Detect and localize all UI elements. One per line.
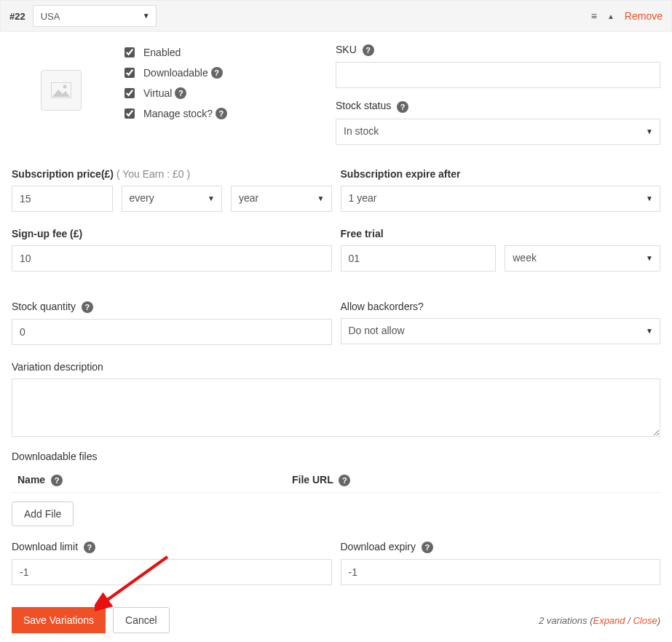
help-icon[interactable]: ? <box>363 44 374 56</box>
help-icon[interactable]: ? <box>422 542 433 553</box>
menu-icon[interactable]: ≡ <box>591 10 597 22</box>
help-icon[interactable]: ? <box>216 108 227 119</box>
subscription-expire-select[interactable]: 1 year <box>341 186 661 212</box>
subscription-expire-label: Subscription expire after <box>341 168 661 180</box>
help-icon[interactable]: ? <box>211 67 223 79</box>
download-limit-label: Download limit ? <box>12 541 332 553</box>
downloadable-files-label: Downloadable files <box>12 451 660 462</box>
download-expiry-label: Download expiry ? <box>341 541 661 553</box>
virtual-checkbox-row[interactable]: Virtual? <box>124 87 336 99</box>
manage-stock-checkbox[interactable] <box>124 108 135 119</box>
downloadable-checkbox-row[interactable]: Downloadable? <box>124 67 336 79</box>
collapse-icon[interactable]: ▲ <box>607 12 614 20</box>
sku-label: SKU ? <box>336 44 660 56</box>
country-select[interactable]: USA ▼ <box>33 5 157 27</box>
sku-input[interactable] <box>336 62 660 88</box>
subscription-unit-select[interactable]: year <box>231 186 332 212</box>
close-link[interactable]: Close <box>633 615 657 626</box>
downloadable-checkbox[interactable] <box>124 68 135 78</box>
country-value: USA <box>41 11 60 22</box>
chevron-down-icon: ▼ <box>143 12 150 20</box>
download-expiry-input[interactable] <box>341 559 661 585</box>
stock-status-select[interactable]: In stock <box>336 119 660 145</box>
free-trial-label: Free trial <box>341 228 661 239</box>
variations-count-text: 2 variations (Expand / Close) <box>539 615 660 626</box>
help-icon[interactable]: ? <box>82 301 93 313</box>
help-icon[interactable]: ? <box>84 542 95 553</box>
download-limit-input[interactable] <box>12 559 332 585</box>
variation-header: #22 USA ▼ ≡ ▲ Remove <box>0 0 672 32</box>
subscription-price-input[interactable] <box>12 186 113 212</box>
help-icon[interactable]: ? <box>397 101 408 113</box>
variation-image[interactable] <box>41 70 82 111</box>
image-icon <box>51 82 71 98</box>
add-file-button[interactable]: Add File <box>12 502 74 526</box>
variation-id: #22 <box>9 11 25 22</box>
remove-link[interactable]: Remove <box>625 10 663 22</box>
files-name-column: Name ? <box>12 474 292 486</box>
allow-backorders-select[interactable]: Do not allow <box>341 318 661 344</box>
cancel-button[interactable]: Cancel <box>113 607 170 633</box>
stock-quantity-input[interactable] <box>12 319 332 345</box>
enabled-checkbox-row[interactable]: Enabled <box>124 47 336 58</box>
help-icon[interactable]: ? <box>175 87 186 99</box>
help-icon[interactable]: ? <box>51 475 63 486</box>
virtual-checkbox[interactable] <box>124 88 135 98</box>
stock-quantity-label: Stock quantity ? <box>12 301 332 313</box>
manage-stock-checkbox-row[interactable]: Manage stock?? <box>124 108 336 119</box>
variation-description-label: Variation description <box>12 361 660 373</box>
stock-status-label: Stock status ? <box>336 100 660 112</box>
expand-link[interactable]: Expand <box>593 615 625 626</box>
variation-description-input[interactable] <box>12 379 660 437</box>
subscription-interval-select[interactable]: every <box>122 186 223 212</box>
subscription-price-label: Subscription price(£) ( You Earn : £0 ) <box>12 168 332 180</box>
signup-fee-label: Sign-up fee (£) <box>12 228 332 239</box>
files-table-header: Name ? File URL ? <box>12 468 660 493</box>
help-icon[interactable]: ? <box>339 475 350 486</box>
signup-fee-input[interactable] <box>12 245 332 272</box>
enabled-checkbox[interactable] <box>124 47 135 58</box>
free-trial-unit-select[interactable]: week <box>505 245 660 272</box>
free-trial-input[interactable] <box>341 245 497 272</box>
files-url-column: File URL ? <box>292 474 660 486</box>
allow-backorders-label: Allow backorders? <box>341 301 661 312</box>
svg-point-1 <box>63 85 67 89</box>
save-variations-button[interactable]: Save Variations <box>12 607 106 633</box>
